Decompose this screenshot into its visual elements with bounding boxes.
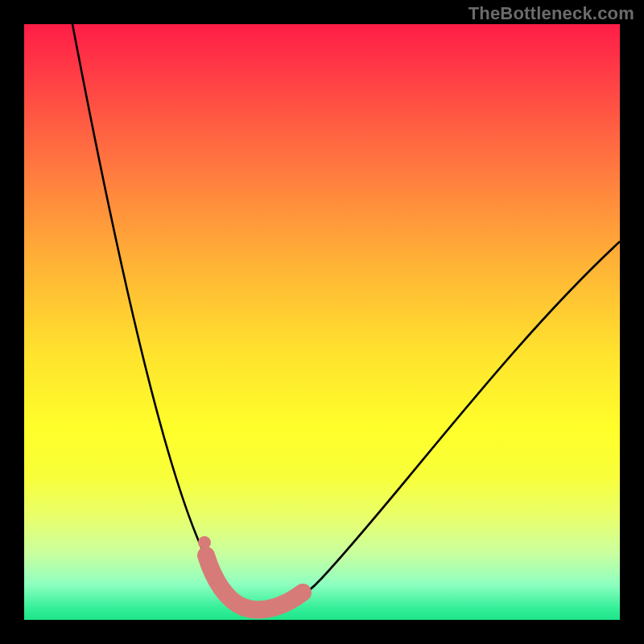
- chart-svg: [24, 24, 620, 620]
- bottleneck-curve: [72, 24, 620, 609]
- highlight-dot: [198, 536, 211, 549]
- optimal-zone-highlight: [206, 555, 303, 609]
- chart-plot-area: [24, 24, 620, 620]
- watermark-text: TheBottleneck.com: [469, 3, 634, 24]
